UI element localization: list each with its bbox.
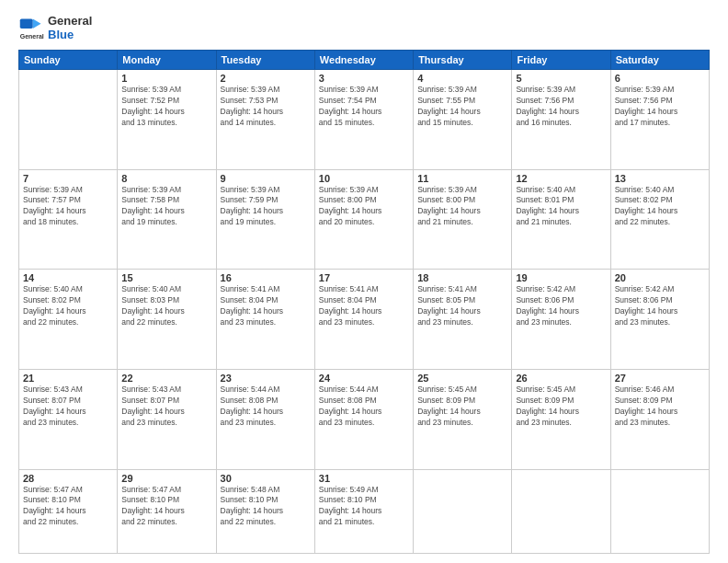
day-number: 5 (516, 73, 606, 84)
day-info: Sunrise: 5:43 AM Sunset: 8:07 PM Dayligh… (23, 385, 113, 429)
day-number: 28 (23, 473, 113, 484)
day-info: Sunrise: 5:42 AM Sunset: 8:06 PM Dayligh… (516, 284, 606, 328)
day-number: 6 (615, 73, 705, 84)
day-number: 17 (319, 272, 409, 283)
calendar-cell: 8Sunrise: 5:39 AM Sunset: 7:58 PM Daylig… (118, 169, 216, 270)
day-header-saturday: Saturday (610, 50, 709, 69)
day-header-wednesday: Wednesday (314, 50, 413, 69)
page: General General Blue SundayMondayTuesday… (0, 0, 728, 563)
header: General General Blue (18, 15, 710, 42)
day-info: Sunrise: 5:39 AM Sunset: 7:58 PM Dayligh… (121, 185, 211, 229)
day-info: Sunrise: 5:47 AM Sunset: 8:10 PM Dayligh… (121, 485, 211, 529)
day-number: 8 (121, 173, 211, 184)
week-row-4: 21Sunrise: 5:43 AM Sunset: 8:07 PM Dayli… (19, 369, 710, 469)
calendar-cell: 12Sunrise: 5:40 AM Sunset: 8:01 PM Dayli… (512, 169, 610, 270)
day-info: Sunrise: 5:44 AM Sunset: 8:08 PM Dayligh… (221, 385, 311, 429)
day-header-sunday: Sunday (19, 50, 118, 69)
day-info: Sunrise: 5:39 AM Sunset: 7:52 PM Dayligh… (121, 85, 211, 129)
day-info: Sunrise: 5:39 AM Sunset: 7:55 PM Dayligh… (417, 85, 507, 129)
calendar-cell: 18Sunrise: 5:41 AM Sunset: 8:05 PM Dayli… (414, 270, 512, 370)
calendar-cell: 4Sunrise: 5:39 AM Sunset: 7:55 PM Daylig… (414, 69, 512, 169)
calendar-cell: 25Sunrise: 5:45 AM Sunset: 8:09 PM Dayli… (414, 369, 512, 469)
week-row-2: 7Sunrise: 5:39 AM Sunset: 7:57 PM Daylig… (19, 169, 710, 270)
svg-rect-1 (20, 18, 33, 29)
day-info: Sunrise: 5:45 AM Sunset: 8:09 PM Dayligh… (417, 385, 507, 429)
calendar-table: SundayMondayTuesdayWednesdayThursdayFrid… (18, 50, 710, 554)
day-info: Sunrise: 5:49 AM Sunset: 8:10 PM Dayligh… (319, 485, 409, 529)
day-number: 24 (319, 373, 409, 384)
day-number: 30 (221, 473, 311, 484)
calendar-cell: 5Sunrise: 5:39 AM Sunset: 7:56 PM Daylig… (512, 69, 610, 169)
logo-text-general: General (48, 15, 92, 29)
day-number: 2 (221, 73, 311, 84)
day-info: Sunrise: 5:39 AM Sunset: 7:53 PM Dayligh… (221, 85, 311, 129)
calendar-cell: 13Sunrise: 5:40 AM Sunset: 8:02 PM Dayli… (610, 169, 709, 270)
calendar-cell: 21Sunrise: 5:43 AM Sunset: 8:07 PM Dayli… (19, 369, 118, 469)
day-number: 29 (121, 473, 211, 484)
week-row-5: 28Sunrise: 5:47 AM Sunset: 8:10 PM Dayli… (19, 469, 710, 553)
day-number: 15 (121, 272, 211, 283)
day-info: Sunrise: 5:41 AM Sunset: 8:05 PM Dayligh… (417, 284, 507, 328)
day-info: Sunrise: 5:39 AM Sunset: 7:56 PM Dayligh… (615, 85, 705, 129)
day-info: Sunrise: 5:39 AM Sunset: 7:54 PM Dayligh… (319, 85, 409, 129)
calendar-cell: 3Sunrise: 5:39 AM Sunset: 7:54 PM Daylig… (314, 69, 413, 169)
day-info: Sunrise: 5:40 AM Sunset: 8:02 PM Dayligh… (615, 185, 705, 229)
day-number: 4 (417, 73, 507, 84)
day-number: 21 (23, 373, 113, 384)
day-info: Sunrise: 5:41 AM Sunset: 8:04 PM Dayligh… (221, 284, 311, 328)
day-number: 14 (23, 272, 113, 283)
day-info: Sunrise: 5:47 AM Sunset: 8:10 PM Dayligh… (23, 485, 113, 529)
day-number: 10 (319, 173, 409, 184)
logo-text-blue: Blue (48, 29, 92, 42)
calendar-cell: 2Sunrise: 5:39 AM Sunset: 7:53 PM Daylig… (216, 69, 314, 169)
calendar-cell: 20Sunrise: 5:42 AM Sunset: 8:06 PM Dayli… (610, 270, 709, 370)
week-row-1: 1Sunrise: 5:39 AM Sunset: 7:52 PM Daylig… (19, 69, 710, 169)
day-number: 16 (221, 272, 311, 283)
day-info: Sunrise: 5:40 AM Sunset: 8:01 PM Dayligh… (516, 185, 606, 229)
calendar-cell: 29Sunrise: 5:47 AM Sunset: 8:10 PM Dayli… (118, 469, 216, 553)
day-info: Sunrise: 5:43 AM Sunset: 8:07 PM Dayligh… (121, 385, 211, 429)
day-number: 19 (516, 272, 606, 283)
calendar-cell: 9Sunrise: 5:39 AM Sunset: 7:59 PM Daylig… (216, 169, 314, 270)
calendar-cell (610, 469, 709, 553)
calendar-cell: 26Sunrise: 5:45 AM Sunset: 8:09 PM Dayli… (512, 369, 610, 469)
day-info: Sunrise: 5:40 AM Sunset: 8:02 PM Dayligh… (23, 284, 113, 328)
day-info: Sunrise: 5:42 AM Sunset: 8:06 PM Dayligh… (615, 284, 705, 328)
calendar-cell (19, 69, 118, 169)
calendar-cell: 7Sunrise: 5:39 AM Sunset: 7:57 PM Daylig… (19, 169, 118, 270)
calendar-cell: 10Sunrise: 5:39 AM Sunset: 8:00 PM Dayli… (314, 169, 413, 270)
calendar-cell: 17Sunrise: 5:41 AM Sunset: 8:04 PM Dayli… (314, 270, 413, 370)
calendar-cell: 27Sunrise: 5:46 AM Sunset: 8:09 PM Dayli… (610, 369, 709, 469)
calendar-cell: 16Sunrise: 5:41 AM Sunset: 8:04 PM Dayli… (216, 270, 314, 370)
day-info: Sunrise: 5:48 AM Sunset: 8:10 PM Dayligh… (221, 485, 311, 529)
day-number: 31 (319, 473, 409, 484)
day-header-thursday: Thursday (414, 50, 512, 69)
logo-icon: General (18, 16, 44, 41)
svg-marker-2 (33, 18, 41, 29)
day-number: 23 (221, 373, 311, 384)
day-header-tuesday: Tuesday (216, 50, 314, 69)
calendar-cell: 22Sunrise: 5:43 AM Sunset: 8:07 PM Dayli… (118, 369, 216, 469)
calendar-cell: 19Sunrise: 5:42 AM Sunset: 8:06 PM Dayli… (512, 270, 610, 370)
day-number: 1 (121, 73, 211, 84)
week-row-3: 14Sunrise: 5:40 AM Sunset: 8:02 PM Dayli… (19, 270, 710, 370)
day-info: Sunrise: 5:40 AM Sunset: 8:03 PM Dayligh… (121, 284, 211, 328)
day-number: 11 (417, 173, 507, 184)
calendar-cell (512, 469, 610, 553)
day-number: 22 (121, 373, 211, 384)
calendar-cell: 24Sunrise: 5:44 AM Sunset: 8:08 PM Dayli… (314, 369, 413, 469)
day-number: 3 (319, 73, 409, 84)
svg-text:General: General (20, 32, 44, 39)
calendar-header-row: SundayMondayTuesdayWednesdayThursdayFrid… (19, 50, 710, 69)
day-info: Sunrise: 5:39 AM Sunset: 7:59 PM Dayligh… (221, 185, 311, 229)
calendar-cell (414, 469, 512, 553)
day-number: 12 (516, 173, 606, 184)
day-info: Sunrise: 5:39 AM Sunset: 7:57 PM Dayligh… (23, 185, 113, 229)
calendar-cell: 14Sunrise: 5:40 AM Sunset: 8:02 PM Dayli… (19, 270, 118, 370)
calendar-cell: 30Sunrise: 5:48 AM Sunset: 8:10 PM Dayli… (216, 469, 314, 553)
day-number: 13 (615, 173, 705, 184)
day-info: Sunrise: 5:39 AM Sunset: 7:56 PM Dayligh… (516, 85, 606, 129)
day-header-monday: Monday (118, 50, 216, 69)
day-info: Sunrise: 5:41 AM Sunset: 8:04 PM Dayligh… (319, 284, 409, 328)
calendar-cell: 23Sunrise: 5:44 AM Sunset: 8:08 PM Dayli… (216, 369, 314, 469)
